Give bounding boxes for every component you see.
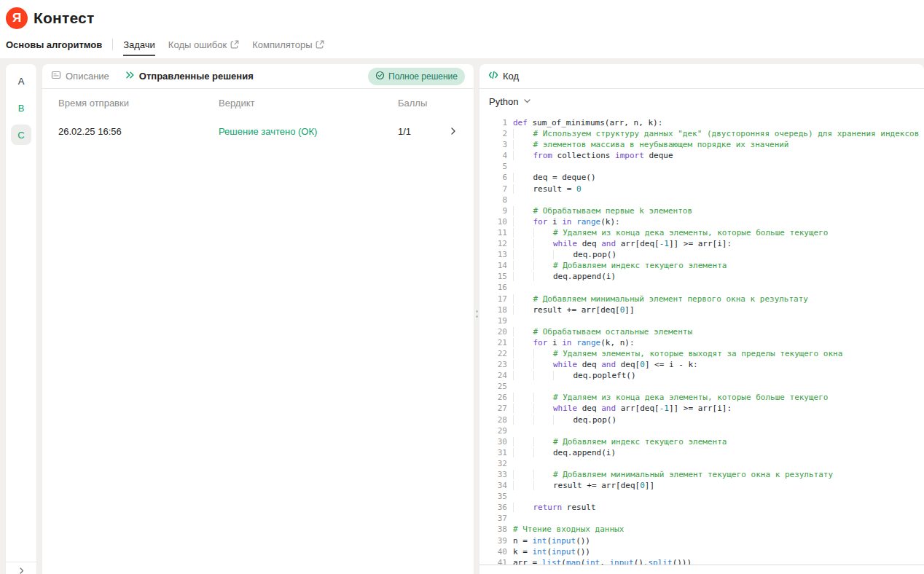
logo-letter: Я — [12, 11, 21, 25]
code-line: 40k = int(input()) — [493, 546, 924, 557]
line-number: 26 — [493, 392, 513, 403]
code-text: k = int(input()) — [513, 546, 924, 557]
line-number: 30 — [493, 436, 513, 447]
code-line: 26 # Удаляем из конца дека элементы, кот… — [493, 392, 924, 403]
code-line: 4 from collections import deque — [493, 150, 924, 161]
code-text: arr = list(map(int, input().split())) — [513, 557, 924, 565]
tab-description[interactable]: Описание — [51, 70, 109, 82]
code-line: 2 # Используем структуру данных "дек" (д… — [493, 128, 924, 139]
sidebar-item-task-c[interactable]: C — [11, 125, 31, 145]
code-line: 12 while deq and arr[deq[-1]] >= arr[i]: — [493, 238, 924, 249]
code-text: deq.append(i) — [513, 271, 924, 282]
line-number: 17 — [493, 294, 513, 304]
external-link-icon — [230, 40, 239, 49]
line-number: 9 — [493, 205, 513, 216]
line-number: 15 — [493, 271, 513, 282]
line-number: 37 — [493, 513, 513, 524]
code-text: # Удаляем из конца дека элементы, которы… — [513, 392, 924, 403]
code-line: 14 # Добавляем индекс текущего элемента — [493, 260, 924, 271]
line-number: 19 — [493, 315, 513, 326]
code-line: 17 # Добавляем минимальный элемент перво… — [493, 294, 924, 304]
submissions-table-header: Время отправки Вердикт Баллы — [42, 89, 474, 117]
content-area: A B C Описание — [0, 58, 924, 574]
code-line: 7 result = 0 — [493, 184, 924, 194]
code-line: 27 while deq and arr[deq[-1]] >= arr[i]: — [493, 403, 924, 414]
code-line: 36 return result — [493, 502, 924, 513]
code-text: # Удаляем из конца дека элементы, которы… — [513, 227, 924, 238]
line-number: 16 — [493, 282, 513, 293]
code-line: 29 — [493, 425, 924, 436]
line-number: 33 — [493, 469, 513, 480]
submission-row[interactable]: 26.02.25 16:56 Решение зачтено (ОК) 1/1 — [42, 117, 474, 146]
code-text — [513, 491, 924, 502]
double-chevron-icon — [125, 71, 135, 82]
code-line: 10 for i in range(k): — [493, 216, 924, 227]
code-text — [513, 315, 924, 326]
column-header-time: Время отправки — [58, 98, 219, 109]
code-text: deq.popleft() — [513, 370, 924, 381]
code-line: 41arr = list(map(int, input().split())) — [493, 557, 924, 565]
app-title: Контест — [34, 9, 94, 27]
code-text — [513, 425, 924, 436]
line-number: 38 — [493, 524, 513, 535]
submissions-panel: Описание Отправленные решения Полное реш… — [42, 64, 474, 574]
panel-resize-handle[interactable] — [474, 306, 479, 322]
code-line: 15 deq.append(i) — [493, 271, 924, 282]
code-text: deq.append(i) — [513, 447, 924, 458]
row-chevron-icon[interactable] — [443, 127, 458, 135]
language-label: Python — [489, 96, 518, 107]
line-number: 36 — [493, 502, 513, 513]
code-line: 38# Чтение входных данных — [493, 524, 924, 535]
sidebar-item-task-a[interactable]: A — [11, 71, 31, 91]
code-text: # Обрабатываем первые k элементов — [513, 205, 924, 216]
code-line: 23 while deq and deq[0] <= i - k: — [493, 359, 924, 370]
submission-score: 1/1 — [398, 126, 443, 137]
description-icon — [51, 70, 61, 82]
code-text — [513, 282, 924, 293]
code-text: def sum_of_minimums(arr, n, k): — [513, 117, 924, 128]
line-number: 5 — [493, 161, 513, 172]
line-number: 40 — [493, 546, 513, 557]
nav-tab-error-codes[interactable]: Коды ошибок — [168, 39, 239, 50]
line-number: 20 — [493, 326, 513, 337]
code-line: 39n = int(input()) — [493, 535, 924, 546]
line-number: 4 — [493, 150, 513, 161]
line-number: 13 — [493, 249, 513, 260]
code-text: # Удаляем элементы, которые выходят за п… — [513, 348, 924, 359]
code-text — [513, 381, 924, 392]
column-header-score: Баллы — [398, 98, 443, 109]
line-number: 7 — [493, 184, 513, 194]
sidebar-expand-button[interactable] — [6, 562, 36, 574]
code-header: Код — [488, 71, 519, 82]
nav-tab-tasks[interactable]: Задачи — [123, 39, 155, 50]
code-text: # Чтение входных данных — [513, 524, 924, 535]
code-line: 16 — [493, 282, 924, 293]
line-number: 39 — [493, 535, 513, 546]
column-header-verdict: Вердикт — [219, 98, 398, 109]
code-panel: Код Python 1def sum_of_minimums(arr, n, … — [479, 64, 924, 574]
code-text: result = 0 — [513, 184, 924, 194]
nav-tab-compilers[interactable]: Компиляторы — [252, 39, 324, 50]
language-selector[interactable]: Python — [479, 89, 924, 114]
code-line: 31 deq.append(i) — [493, 447, 924, 458]
submission-time: 26.02.25 16:56 — [58, 126, 219, 137]
code-text: # Добавляем индекс текущего элемента — [513, 436, 924, 447]
code-editor: 1def sum_of_minimums(arr, n, k):2 # Испо… — [479, 114, 924, 565]
code-line: 9 # Обрабатываем первые k элементов — [493, 205, 924, 216]
code-text: # Добавляем минимальный элемент текущего… — [513, 469, 924, 480]
code-line: 32 — [493, 458, 924, 469]
yandex-logo[interactable]: Я — [6, 7, 28, 29]
check-circle-icon — [375, 71, 385, 82]
code-line: 30 # Добавляем индекс текущего элемента — [493, 436, 924, 447]
tab-submitted-solutions[interactable]: Отправленные решения — [125, 71, 254, 82]
code-line: 28 deq.pop() — [493, 414, 924, 425]
line-number: 28 — [493, 414, 513, 425]
line-number: 27 — [493, 403, 513, 414]
code-line: 37 — [493, 513, 924, 524]
code-panel-header: Код — [479, 64, 924, 89]
sidebar-item-task-b[interactable]: B — [11, 98, 31, 118]
code-text: from collections import deque — [513, 150, 924, 161]
external-link-icon — [316, 40, 324, 49]
submissions-panel-header: Описание Отправленные решения Полное реш… — [42, 64, 474, 89]
code-text: return result — [513, 502, 924, 513]
